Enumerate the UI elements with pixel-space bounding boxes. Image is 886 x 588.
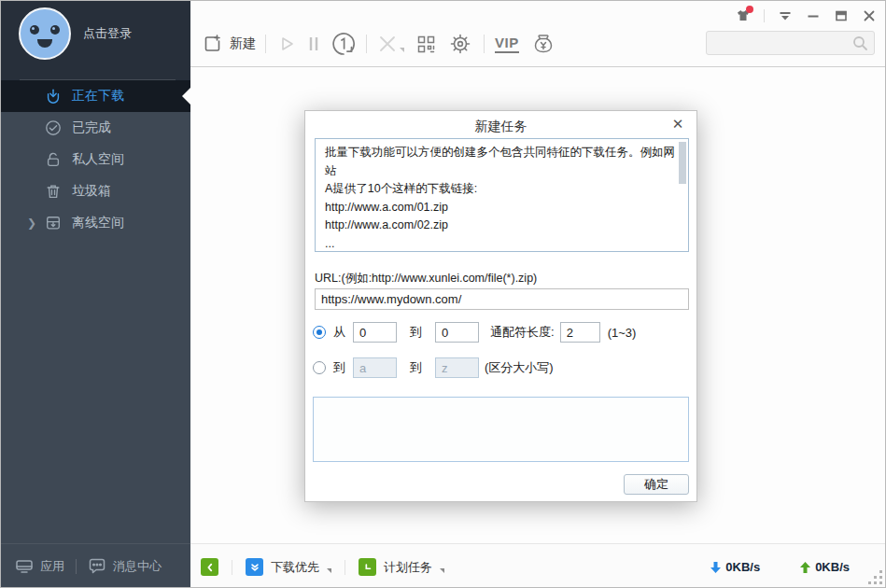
alpha-range-row: 到 到 (区分大小写) [313, 357, 554, 378]
description-line: A提供了10个这样的下载链接: [325, 180, 679, 199]
batch-description-box: 批量下载功能可以方便的创建多个包含共同特征的下载任务。例如网站 A提供了10个这… [315, 138, 689, 252]
message-center-button[interactable]: 消息中心 [88, 558, 162, 575]
sidebar-item-label: 已完成 [72, 119, 111, 136]
search-icon[interactable] [852, 35, 868, 51]
pause-button[interactable] [308, 35, 319, 52]
wildcard-length-input[interactable] [560, 322, 600, 343]
search-input[interactable] [712, 33, 848, 53]
alpha-range-radio[interactable] [313, 361, 326, 374]
from-label: 从 [333, 324, 345, 341]
delete-dropdown-caret[interactable] [400, 48, 404, 52]
new-task-label: 新建 [230, 35, 256, 52]
sidebar-item-label: 垃圾箱 [72, 183, 111, 200]
user-avatar[interactable] [19, 7, 71, 60]
new-file-icon [203, 34, 223, 54]
numeric-range-row: 从 到 通配符长度: (1~3) [313, 322, 636, 343]
download-speed-value: 0KB/s [725, 560, 760, 574]
apps-label: 应用 [40, 558, 64, 575]
apps-icon [15, 558, 34, 575]
lock-icon [45, 151, 62, 168]
money-pouch-icon [532, 33, 555, 55]
description-line: ... [325, 235, 679, 253]
numeric-range-radio[interactable] [313, 326, 326, 339]
ok-button[interactable]: 确定 [624, 474, 689, 495]
message-bubble-icon [88, 558, 106, 575]
circle-one-icon [331, 32, 356, 56]
divider [76, 559, 77, 574]
alpha-end-input[interactable] [435, 357, 479, 378]
active-item-pointer [182, 88, 190, 105]
alpha-start-input[interactable] [353, 357, 397, 378]
sidebar-item-downloading[interactable]: 正在下载 [1, 80, 190, 112]
divider [265, 35, 266, 53]
range-end-input[interactable] [435, 322, 479, 343]
up-arrow-icon [799, 561, 811, 574]
dialog-title: 新建任务 [305, 119, 696, 135]
sidebar-bottom-bar: 应用 消息中心 [1, 543, 190, 588]
chevron-right-icon[interactable]: ❯ [27, 216, 36, 231]
skin-theme-icon[interactable] [736, 8, 751, 23]
check-circle-icon [45, 119, 62, 136]
url-label: URL:(例如:http://www.xunlei.com/file(*).zi… [315, 271, 537, 287]
sidebar-item-completed[interactable]: 已完成 [1, 112, 190, 144]
vip-label: VIP [495, 35, 519, 53]
generated-urls-textarea[interactable] [313, 397, 689, 462]
divider [232, 560, 232, 575]
wallet-button[interactable] [532, 33, 555, 55]
sidebar-header: 点击登录 [1, 1, 190, 80]
search-box [706, 31, 875, 55]
play-icon [277, 35, 296, 53]
download-priority-control[interactable]: 下载优先 [246, 558, 331, 576]
range-start-input[interactable] [353, 322, 397, 343]
sidebar-nav: 正在下载 已完成 私人空间 垃圾箱 ❯ [1, 80, 190, 239]
sidebar-item-offline-space[interactable]: ❯ 离线空间 [1, 207, 190, 239]
app-window: 点击登录 正在下载 已完成 私人空间 [0, 0, 886, 588]
divider [764, 9, 765, 22]
resize-grip[interactable] [869, 571, 882, 584]
start-button[interactable] [277, 35, 296, 53]
new-task-button[interactable]: 新建 [203, 34, 256, 54]
sidebar-item-private-space[interactable]: 私人空间 [1, 144, 190, 175]
description-line: http://www.a.com/02.zip [325, 217, 679, 235]
sidebar-item-label: 正在下载 [72, 88, 124, 105]
priority-icon [246, 558, 263, 576]
sidebar-item-label: 私人空间 [72, 151, 124, 168]
sidebar-item-trash[interactable]: 垃圾箱 [1, 175, 190, 207]
dialog-close-icon[interactable]: ✕ [670, 117, 685, 132]
vip-button[interactable]: VIP [495, 35, 519, 53]
to-label: 到 [410, 324, 422, 341]
upload-speed-value: 0KB/s [815, 560, 850, 574]
avatar-eye [50, 25, 60, 35]
scrollbar-thumb[interactable] [679, 142, 686, 184]
main-menu-icon[interactable] [778, 8, 793, 23]
divider [484, 35, 485, 53]
minimize-button[interactable] [806, 8, 821, 23]
description-line: 批量下载功能可以方便的创建多个包含共同特征的下载任务。例如网站 [325, 144, 679, 180]
close-button[interactable] [862, 8, 877, 23]
priority-dropdown-caret[interactable] [327, 568, 331, 573]
delete-button[interactable] [377, 34, 404, 54]
avatar-eye [30, 25, 39, 35]
scheduled-task-control[interactable]: 计划任务 [359, 558, 444, 576]
login-button[interactable]: 点击登录 [83, 25, 132, 42]
priority-once-button[interactable] [331, 32, 356, 56]
cloud-download-icon [45, 215, 62, 231]
delete-x-icon [377, 34, 398, 54]
message-center-label: 消息中心 [113, 558, 162, 575]
divider [345, 560, 345, 575]
apps-button[interactable]: 应用 [15, 558, 64, 575]
url-input[interactable] [315, 288, 689, 310]
schedule-dropdown-caret[interactable] [440, 568, 444, 573]
sidebar-item-label: 离线空间 [72, 215, 124, 231]
statusbar: 下载优先 计划任务 0KB/s [190, 543, 886, 588]
maximize-button[interactable] [834, 8, 849, 23]
trash-icon [45, 183, 62, 200]
collapse-panel-button[interactable] [201, 558, 218, 576]
wildcard-length-label: 通配符长度: [490, 324, 555, 341]
notification-dot [746, 6, 753, 13]
settings-button[interactable] [449, 33, 471, 55]
window-controls [736, 8, 877, 23]
toolbar: 新建 [190, 1, 886, 67]
qr-code-button[interactable] [416, 35, 436, 54]
download-priority-label: 下载优先 [271, 559, 319, 576]
